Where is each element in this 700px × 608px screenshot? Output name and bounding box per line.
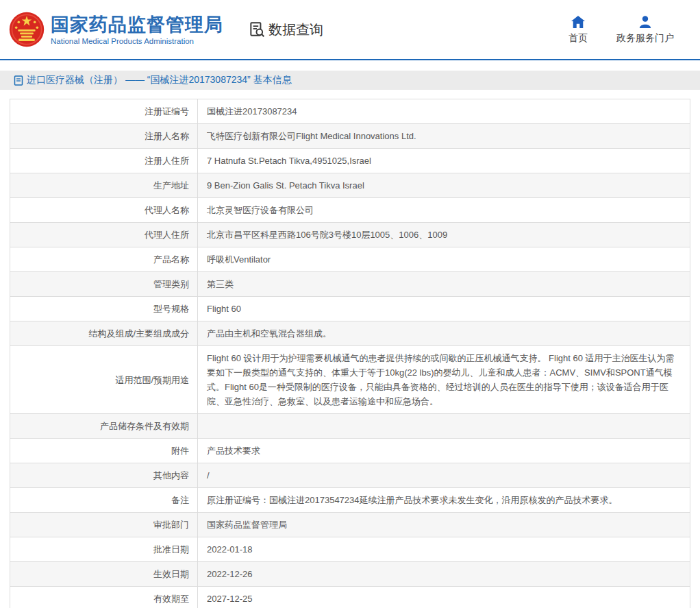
row-label: 生效日期: [10, 562, 198, 587]
row-label: 代理人住所: [10, 223, 198, 247]
row-value: 第三类: [198, 272, 690, 297]
table-row: 产品储存条件及有效期: [10, 414, 690, 439]
table-row: 有效期至2027-12-25: [10, 587, 690, 608]
registration-info-table: 注册证编号国械注进20173087234 注册人名称飞特医疗创新有限公司Flig…: [10, 99, 690, 608]
table-row: 结构及组成/主要组成成分产品由主机和空氧混合器组成。: [10, 321, 690, 346]
row-value: 飞特医疗创新有限公司Flight Medical Innovations Ltd…: [198, 124, 690, 149]
row-value: 9 Ben-Zion Galis St. Petach Tikva Israel: [198, 173, 690, 198]
table-row: 适用范围/预期用途Flight 60 设计用于为护理需要机械通气的患者提供持续的…: [10, 346, 690, 414]
row-value: 国械注进20173087234: [198, 99, 690, 124]
data-query-nav[interactable]: 数据查询: [248, 21, 323, 39]
row-label: 结构及组成/主要组成成分: [10, 321, 198, 346]
table-row: 管理类别第三类: [10, 272, 690, 297]
table-row: 代理人名称北京灵智医疗设备有限公司: [10, 198, 690, 223]
document-search-icon: [248, 21, 266, 38]
row-value: 产品技术要求: [198, 439, 690, 463]
row-label: 生产地址: [10, 173, 198, 198]
home-nav[interactable]: 首页: [568, 15, 588, 45]
home-icon: [571, 15, 586, 29]
national-emblem-icon: [8, 11, 45, 48]
nmpa-logo: 国家药品监督管理局 National Medical Products Admi…: [8, 11, 223, 48]
gov-portal-nav[interactable]: 政务服务门户: [616, 15, 674, 45]
row-label: 批准日期: [10, 537, 198, 562]
row-label: 适用范围/预期用途: [10, 346, 198, 414]
table-row: 附件产品技术要求: [10, 439, 690, 463]
table-row: 型号规格Flight 60: [10, 297, 690, 321]
page-title: 进口医疗器械（注册） —— “国械注进20173087234” 基本信息: [27, 74, 292, 86]
table-row: 备注原注册证编号：国械注进20173547234延续注册产品技术要求未发生变化，…: [10, 488, 690, 513]
gov-portal-label: 政务服务门户: [616, 32, 674, 45]
row-label: 注册人名称: [10, 124, 198, 149]
row-value: 2022-01-18: [198, 537, 690, 562]
table-row: 生产地址9 Ben-Zion Galis St. Petach Tikva Is…: [10, 173, 690, 198]
row-value: /: [198, 463, 690, 488]
row-label: 注册人住所: [10, 149, 198, 173]
table-row: 注册人名称飞特医疗创新有限公司Flight Medical Innovation…: [10, 124, 690, 149]
table-row: 生效日期2022-12-26: [10, 562, 690, 587]
table-row: 批准日期2022-01-18: [10, 537, 690, 562]
row-label: 附件: [10, 439, 198, 463]
row-label: 备注: [10, 488, 198, 513]
row-value: 产品由主机和空氧混合器组成。: [198, 321, 690, 346]
row-value: 北京市昌平区科星西路106号院3号楼10层1005、1006、1009: [198, 223, 690, 247]
table-row: 其他内容/: [10, 463, 690, 488]
row-value: [198, 414, 690, 439]
row-value: 北京灵智医疗设备有限公司: [198, 198, 690, 223]
row-label: 产品名称: [10, 247, 198, 272]
table-row: 注册证编号国械注进20173087234: [10, 99, 690, 124]
row-value: 2022-12-26: [198, 562, 690, 587]
site-title-cn: 国家药品监督管理局: [51, 14, 223, 35]
table-row: 审批部门国家药品监督管理局: [10, 513, 690, 537]
row-value: 国家药品监督管理局: [198, 513, 690, 537]
row-value: Flight 60 设计用于为护理需要机械通气的患者提供持续的或间歇的正压机械通…: [198, 346, 690, 414]
row-label: 管理类别: [10, 272, 198, 297]
row-value: 呼吸机Ventilator: [198, 247, 690, 272]
table-row: 注册人住所7 Hatnufa St.Petach Tikva,4951025,I…: [10, 149, 690, 173]
row-label: 审批部门: [10, 513, 198, 537]
row-label: 产品储存条件及有效期: [10, 414, 198, 439]
row-label: 其他内容: [10, 463, 198, 488]
row-label: 注册证编号: [10, 99, 198, 124]
table-row: 产品名称呼吸机Ventilator: [10, 247, 690, 272]
row-value: Flight 60: [198, 297, 690, 321]
row-value: 2027-12-25: [198, 587, 690, 608]
home-label: 首页: [568, 32, 588, 45]
row-value: 7 Hatnufa St.Petach Tikva,4951025,Israel: [198, 149, 690, 173]
user-icon: [638, 15, 653, 29]
table-row: 代理人住所北京市昌平区科星西路106号院3号楼10层1005、1006、1009: [10, 223, 690, 247]
breadcrumb: 进口医疗器械（注册） —— “国械注进20173087234” 基本信息: [0, 71, 700, 90]
logo-text: 国家药品监督管理局 National Medical Products Admi…: [51, 14, 223, 45]
row-label: 型号规格: [10, 297, 198, 321]
site-header: 国家药品监督管理局 National Medical Products Admi…: [0, 0, 700, 60]
row-label: 代理人名称: [10, 198, 198, 223]
row-label: 有效期至: [10, 587, 198, 608]
row-value: 原注册证编号：国械注进20173547234延续注册产品技术要求未发生变化，沿用…: [198, 488, 690, 513]
data-query-label: 数据查询: [268, 21, 323, 39]
document-icon: [14, 75, 23, 86]
site-title-en: National Medical Products Administration: [51, 37, 223, 45]
